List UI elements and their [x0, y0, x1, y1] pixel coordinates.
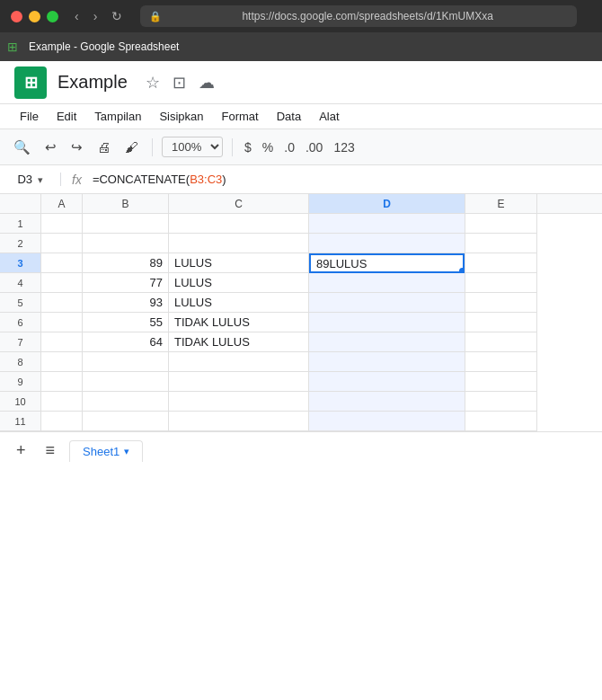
drag-handle[interactable] — [459, 268, 465, 273]
cell-b10[interactable] — [83, 392, 168, 412]
cell-b9[interactable] — [83, 372, 168, 392]
row-num-9[interactable]: 9 — [0, 372, 40, 392]
row-num-4[interactable]: 4 — [0, 273, 40, 293]
cell-d6[interactable] — [309, 313, 465, 332]
cell-b6[interactable]: 55 — [83, 313, 168, 332]
row-num-1[interactable]: 1 — [0, 214, 40, 234]
folder-icon[interactable]: ⊡ — [173, 73, 186, 93]
paint-format-button[interactable]: 🖌 — [120, 136, 143, 158]
col-header-b[interactable]: B — [83, 194, 169, 213]
menu-file[interactable]: File — [13, 107, 46, 126]
cell-c8[interactable] — [169, 352, 308, 372]
cell-c5[interactable]: LULUS — [169, 293, 308, 313]
col-header-e[interactable]: E — [465, 194, 537, 213]
cell-e11[interactable] — [465, 412, 536, 431]
row-num-2[interactable]: 2 — [0, 234, 40, 253]
cell-c2[interactable] — [169, 234, 308, 253]
add-sheet-button[interactable]: + — [11, 439, 31, 462]
zoom-select[interactable]: 100% 75% 125% 150% — [162, 137, 223, 157]
cell-a5[interactable] — [41, 293, 82, 313]
maximize-button[interactable] — [47, 11, 58, 22]
forward-button[interactable]: › — [90, 7, 102, 25]
cell-d4[interactable] — [309, 273, 465, 293]
cell-c9[interactable] — [169, 372, 308, 392]
address-bar[interactable]: 🔒 https://docs.google.com/spreadsheets/d… — [140, 5, 577, 27]
menu-sisipkan[interactable]: Sisipkan — [152, 107, 210, 126]
cell-d3[interactable]: 89LULUS — [309, 253, 465, 273]
menu-data[interactable]: Data — [270, 107, 308, 126]
cell-b3[interactable]: 89 — [83, 253, 168, 273]
minimize-button[interactable] — [29, 11, 40, 22]
cell-a1[interactable] — [41, 214, 82, 234]
cell-d11[interactable] — [309, 412, 465, 431]
cell-e1[interactable] — [465, 214, 536, 234]
cell-a3[interactable] — [41, 253, 82, 273]
cell-c4[interactable]: LULUS — [169, 273, 308, 293]
cell-d8[interactable] — [309, 352, 465, 372]
cell-c7[interactable]: TIDAK LULUS — [169, 332, 308, 352]
row-num-7[interactable]: 7 — [0, 332, 40, 352]
row-num-3[interactable]: 3 — [0, 253, 40, 273]
cell-a11[interactable] — [41, 412, 82, 431]
row-num-5[interactable]: 5 — [0, 293, 40, 313]
refresh-button[interactable]: ↻ — [108, 7, 126, 25]
cell-d2[interactable] — [309, 234, 465, 253]
doc-title[interactable]: Example — [58, 72, 128, 93]
menu-edit[interactable]: Edit — [49, 107, 84, 126]
star-icon[interactable]: ☆ — [146, 73, 160, 93]
cell-c10[interactable] — [169, 392, 308, 412]
col-header-c[interactable]: C — [169, 194, 309, 213]
cell-b7[interactable]: 64 — [83, 332, 168, 352]
menu-tampilan[interactable]: Tampilan — [87, 107, 148, 126]
cell-d7[interactable] — [309, 332, 465, 352]
cell-b1[interactable] — [83, 214, 168, 234]
row-num-8[interactable]: 8 — [0, 352, 40, 372]
cell-e5[interactable] — [465, 293, 536, 313]
cell-d9[interactable] — [309, 372, 465, 392]
cell-e9[interactable] — [465, 372, 536, 392]
cell-c3[interactable]: LULUS — [169, 253, 308, 273]
cell-a7[interactable] — [41, 332, 82, 352]
sheet-tab-sheet1[interactable]: Sheet1 ▾ — [69, 440, 143, 462]
cell-a10[interactable] — [41, 392, 82, 412]
cell-e4[interactable] — [465, 273, 536, 293]
cell-b2[interactable] — [83, 234, 168, 253]
cell-a4[interactable] — [41, 273, 82, 293]
tab-title[interactable]: Example - Google Spreadsheet — [29, 40, 179, 53]
row-num-6[interactable]: 6 — [0, 313, 40, 332]
cell-c6[interactable]: TIDAK LULUS — [169, 313, 308, 332]
cell-d10[interactable] — [309, 392, 465, 412]
menu-format[interactable]: Format — [215, 107, 266, 126]
cell-c1[interactable] — [169, 214, 308, 234]
col-header-d[interactable]: D — [309, 194, 465, 213]
cell-d1[interactable] — [309, 214, 465, 234]
redo-button[interactable]: ↪ — [66, 136, 87, 159]
row-num-10[interactable]: 10 — [0, 392, 40, 412]
cell-a8[interactable] — [41, 352, 82, 372]
cell-a2[interactable] — [41, 234, 82, 253]
row-num-11[interactable]: 11 — [0, 412, 40, 431]
print-button[interactable]: 🖨 — [93, 136, 115, 158]
sheet-list-button[interactable]: ≡ — [40, 439, 61, 462]
close-button[interactable] — [11, 11, 22, 22]
cell-a9[interactable] — [41, 372, 82, 392]
cell-e10[interactable] — [465, 392, 536, 412]
cell-c11[interactable] — [169, 412, 308, 431]
undo-button[interactable]: ↩ — [40, 136, 61, 159]
cell-e7[interactable] — [465, 332, 536, 352]
cloud-icon[interactable]: ☁ — [199, 73, 215, 93]
back-button[interactable]: ‹ — [71, 7, 83, 25]
search-button[interactable]: 🔍 — [9, 136, 35, 159]
cell-a6[interactable] — [41, 313, 82, 332]
cell-d5[interactable] — [309, 293, 465, 313]
cell-e2[interactable] — [465, 234, 536, 253]
cell-b4[interactable]: 77 — [83, 273, 168, 293]
menu-alat[interactable]: Alat — [312, 107, 346, 126]
cell-b11[interactable] — [83, 412, 168, 431]
cell-e8[interactable] — [465, 352, 536, 372]
cell-b5[interactable]: 93 — [83, 293, 168, 313]
cell-e3[interactable] — [465, 253, 536, 273]
cell-b8[interactable] — [83, 352, 168, 372]
cell-ref-dropdown[interactable]: ▾ — [38, 174, 43, 185]
col-header-a[interactable]: A — [41, 194, 83, 213]
